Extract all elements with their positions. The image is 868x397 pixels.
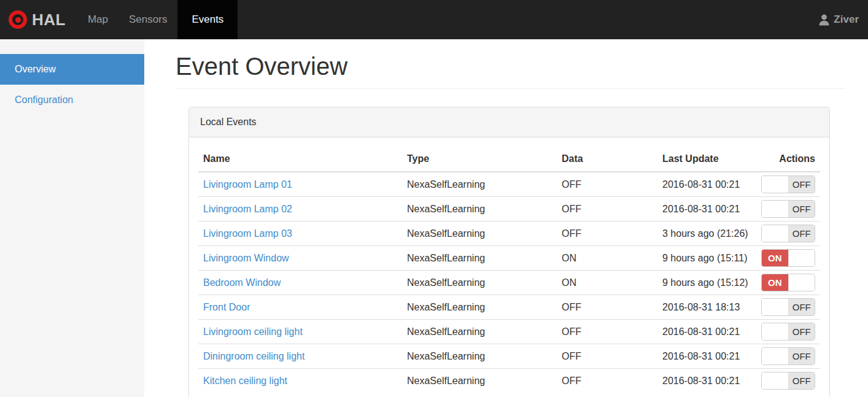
event-toggle-switch[interactable]: ON bbox=[761, 249, 815, 267]
table-row: Livingroom Window NexaSelfLearning ON 9 … bbox=[198, 246, 820, 271]
event-name-link[interactable]: Livingroom Lamp 02 bbox=[203, 204, 292, 214]
top-navbar: HAL Map Sensors Events Ziver bbox=[0, 0, 868, 39]
event-name-link[interactable]: Kitchen ceiling light bbox=[203, 376, 287, 386]
toggle-handle bbox=[788, 250, 815, 266]
event-data-cell: OFF bbox=[557, 197, 657, 222]
panel-body: Name Type Data Last Update Actions Livin… bbox=[189, 137, 829, 397]
event-type-cell: NexaSelfLearning bbox=[402, 295, 557, 320]
event-name-link[interactable]: Livingroom Lamp 03 bbox=[203, 228, 292, 239]
table-row: Livingroom Lamp 01 NexaSelfLearning OFF … bbox=[198, 172, 820, 197]
toggle-handle bbox=[762, 201, 789, 217]
toggle-state-label: OFF bbox=[789, 201, 815, 217]
page-layout: Overview Configuration Event Overview Lo… bbox=[0, 39, 868, 397]
event-type-cell: NexaSelfLearning bbox=[402, 344, 557, 369]
event-name-cell: Kitchen ceiling light bbox=[198, 369, 402, 393]
event-type-cell: NexaSelfLearning bbox=[402, 197, 557, 222]
event-data-cell: ON bbox=[557, 246, 657, 271]
event-data-cell: OFF bbox=[557, 369, 657, 393]
event-name-cell: Livingroom Lamp 02 bbox=[198, 197, 402, 222]
brand[interactable]: HAL bbox=[0, 0, 72, 39]
column-header-name: Name bbox=[198, 147, 402, 172]
event-name-link[interactable]: Livingroom Window bbox=[203, 253, 289, 263]
event-toggle-switch[interactable]: OFF bbox=[761, 225, 815, 242]
event-last-update-cell: 2016-08-31 00:21 bbox=[657, 320, 756, 344]
event-data-cell: OFF bbox=[557, 295, 657, 320]
panel-title: Local Events bbox=[189, 107, 829, 137]
event-actions-cell: OFF bbox=[756, 320, 820, 344]
event-actions-cell: OFF bbox=[756, 172, 820, 197]
toggle-handle bbox=[762, 372, 789, 389]
table-row: Front Door NexaSelfLearning OFF 2016-08-… bbox=[198, 295, 820, 320]
hal-bullseye-logo-icon bbox=[9, 10, 27, 29]
event-actions-cell: OFF bbox=[756, 197, 820, 222]
event-name-cell: Diningroom ceiling light bbox=[198, 344, 402, 369]
toggle-handle bbox=[762, 176, 789, 193]
event-data-cell: OFF bbox=[557, 344, 657, 369]
sidebar: Overview Configuration bbox=[0, 39, 144, 397]
table-row: Livingroom Lamp 03 NexaSelfLearning OFF … bbox=[198, 222, 820, 246]
event-actions-cell: OFF bbox=[756, 344, 820, 369]
sidebar-item-configuration[interactable]: Configuration bbox=[0, 85, 144, 115]
event-last-update-cell: 9 hours ago (15:12) bbox=[657, 271, 756, 295]
event-toggle-switch[interactable]: ON bbox=[761, 274, 815, 291]
event-last-update-cell: 2016-08-31 00:21 bbox=[657, 369, 756, 393]
table-row: Livingroom ceiling light NexaSelfLearnin… bbox=[198, 320, 820, 344]
event-toggle-switch[interactable]: OFF bbox=[761, 372, 815, 390]
event-type-cell: NexaSelfLearning bbox=[402, 320, 557, 344]
event-last-update-cell: 2016-08-31 00:21 bbox=[657, 344, 756, 369]
column-header-last-update: Last Update bbox=[657, 147, 756, 172]
event-type-cell: NexaSelfLearning bbox=[402, 172, 557, 197]
event-name-link[interactable]: Livingroom ceiling light bbox=[203, 326, 303, 337]
event-actions-cell: OFF bbox=[756, 369, 820, 393]
event-name-link[interactable]: Front Door bbox=[203, 302, 250, 312]
event-toggle-switch[interactable]: OFF bbox=[761, 175, 815, 193]
table-row: Bedroom Window NexaSelfLearning ON 9 hou… bbox=[198, 271, 820, 295]
main-content: Event Overview Local Events Name Type Da… bbox=[144, 39, 868, 397]
tab-events[interactable]: Events bbox=[177, 0, 238, 39]
sidebar-item-overview[interactable]: Overview bbox=[0, 54, 144, 85]
event-name-link[interactable]: Bedroom Window bbox=[203, 277, 281, 288]
toggle-state-label: OFF bbox=[789, 323, 815, 340]
toggle-state-label: OFF bbox=[789, 299, 815, 315]
events-table-body: Livingroom Lamp 01 NexaSelfLearning OFF … bbox=[198, 172, 820, 393]
column-header-type: Type bbox=[402, 147, 557, 172]
navbar-tabs: Map Sensors Events bbox=[77, 0, 238, 39]
brand-label: HAL bbox=[32, 10, 66, 29]
tab-map[interactable]: Map bbox=[77, 0, 118, 39]
event-actions-cell: ON bbox=[756, 271, 820, 295]
event-toggle-switch[interactable]: OFF bbox=[761, 347, 815, 365]
event-last-update-cell: 3 hours ago (21:26) bbox=[657, 222, 756, 246]
event-type-cell: NexaSelfLearning bbox=[402, 369, 557, 393]
toggle-handle bbox=[762, 348, 789, 364]
event-data-cell: OFF bbox=[557, 222, 657, 246]
event-name-cell: Livingroom ceiling light bbox=[198, 320, 402, 344]
event-name-link[interactable]: Livingroom Lamp 01 bbox=[203, 179, 292, 190]
column-header-data: Data bbox=[557, 147, 657, 172]
toggle-state-label: OFF bbox=[789, 348, 815, 364]
event-type-cell: NexaSelfLearning bbox=[402, 271, 557, 295]
events-table: Name Type Data Last Update Actions Livin… bbox=[198, 147, 820, 393]
local-events-panel: Local Events Name Type Data Last Update … bbox=[188, 107, 830, 397]
event-toggle-switch[interactable]: OFF bbox=[761, 200, 815, 218]
user-menu[interactable]: Ziver bbox=[819, 0, 868, 39]
table-row: Diningroom ceiling light NexaSelfLearnin… bbox=[198, 344, 820, 369]
toggle-handle bbox=[762, 323, 789, 340]
table-row: Livingroom Lamp 02 NexaSelfLearning OFF … bbox=[198, 197, 820, 222]
user-name: Ziver bbox=[834, 13, 859, 26]
event-data-cell: ON bbox=[557, 271, 657, 295]
event-toggle-switch[interactable]: OFF bbox=[761, 298, 815, 316]
event-name-cell: Livingroom Lamp 01 bbox=[198, 172, 402, 197]
event-name-cell: Front Door bbox=[198, 295, 402, 320]
toggle-handle bbox=[788, 274, 815, 291]
toggle-state-label: ON bbox=[762, 250, 788, 266]
table-row: Kitchen ceiling light NexaSelfLearning O… bbox=[198, 369, 820, 393]
event-data-cell: OFF bbox=[557, 172, 657, 197]
event-type-cell: NexaSelfLearning bbox=[402, 222, 557, 246]
event-last-update-cell: 2016-08-31 18:13 bbox=[657, 295, 756, 320]
toggle-handle bbox=[762, 299, 789, 315]
tab-sensors[interactable]: Sensors bbox=[118, 0, 177, 39]
toggle-state-label: ON bbox=[762, 274, 788, 291]
event-name-link[interactable]: Diningroom ceiling light bbox=[203, 351, 304, 361]
event-name-cell: Livingroom Window bbox=[198, 246, 402, 271]
event-toggle-switch[interactable]: OFF bbox=[761, 323, 815, 341]
